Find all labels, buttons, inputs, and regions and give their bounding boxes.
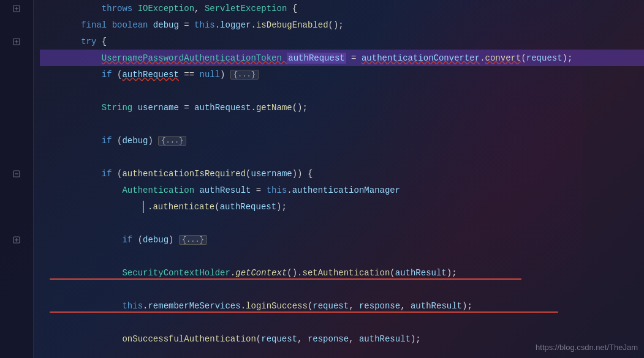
gutter-line-19 xyxy=(0,297,33,314)
convert-method: convert xyxy=(485,53,521,63)
gutter-line-13 xyxy=(0,198,33,215)
gutter-fold-15[interactable] xyxy=(0,231,33,248)
get-context-method: getContext xyxy=(235,268,287,278)
gutter-line-5 xyxy=(0,66,33,83)
gutter-line-4 xyxy=(0,50,33,66)
gutter-line-7 xyxy=(0,99,33,116)
code-line-7: String username = authRequest . getName … xyxy=(40,99,644,116)
auth-request-var: authRequest xyxy=(287,53,346,64)
code-line-18 xyxy=(40,281,644,297)
gutter-icons xyxy=(0,0,33,347)
gutter-line-12 xyxy=(0,182,33,198)
collapsed-debug-2[interactable]: {...} xyxy=(179,235,207,245)
gutter-line-16 xyxy=(0,248,33,264)
gutter-line-18 xyxy=(0,281,33,297)
debug-var: debug xyxy=(153,20,179,30)
gutter-line-9 xyxy=(0,132,33,149)
red-underline-19 xyxy=(50,311,558,313)
authrequest-squiggle: authRequest xyxy=(122,70,178,80)
code-line-20 xyxy=(40,314,644,330)
gutter-line-6 xyxy=(0,83,33,99)
gutter-line-14 xyxy=(0,215,33,231)
editor-gutter xyxy=(0,0,34,358)
gutter-line-8 xyxy=(0,116,33,132)
code-line-9: if ( debug ) {...} xyxy=(40,132,644,149)
red-underline-17 xyxy=(50,278,521,280)
code-line-8 xyxy=(40,116,644,132)
collapsed-debug-1[interactable]: {...} xyxy=(158,136,186,146)
editor-container: throws IOException , ServletException { … xyxy=(0,0,644,358)
code-line-19: this . rememberMeServices . loginSuccess… xyxy=(40,297,644,314)
servletexception-type: ServletException xyxy=(205,4,287,13)
gutter-fold-11[interactable] xyxy=(0,165,33,182)
watermark: https://blog.csdn.net/TheJam xyxy=(536,343,638,352)
auth-converter-var: authenticationConverter xyxy=(362,53,480,63)
gutter-line-2 xyxy=(0,17,33,33)
throws-keyword: throws xyxy=(102,4,138,13)
code-lines: throws IOException , ServletException { … xyxy=(40,0,644,347)
gutter-line-21 xyxy=(0,330,33,347)
code-line-6 xyxy=(40,83,644,99)
username-var: username xyxy=(138,103,179,113)
gutter-line-10 xyxy=(0,149,33,165)
code-line-16 xyxy=(40,248,644,264)
pipe-indicator xyxy=(143,201,145,213)
ioexception-type: IOException xyxy=(138,4,194,13)
auth-token-type: UsernamePasswordAuthenticationToken xyxy=(102,53,287,63)
gutter-fold-3[interactable] xyxy=(0,33,33,50)
gutter-line-17 xyxy=(0,264,33,281)
collapsed-null-check[interactable]: {...} xyxy=(230,70,259,80)
code-line-14 xyxy=(40,215,644,231)
code-line-4: UsernamePasswordAuthenticationToken auth… xyxy=(40,50,644,66)
code-line-5: if ( authRequest == null ) {...} xyxy=(40,66,644,83)
code-line-11: if ( authenticationIsRequired ( username… xyxy=(40,165,644,182)
indent-1 xyxy=(40,4,102,13)
gutter-fold-1[interactable] xyxy=(0,0,33,17)
code-line-3: try { xyxy=(40,33,644,50)
code-line-1: throws IOException , ServletException { xyxy=(40,0,644,17)
code-line-10 xyxy=(40,149,644,165)
code-area: throws IOException , ServletException { … xyxy=(34,0,644,358)
gutter-line-20 xyxy=(0,314,33,330)
code-line-17: SecurityContextHolder . getContext () . … xyxy=(40,264,644,281)
code-line-13: . authenticate ( authRequest ); xyxy=(40,198,644,215)
code-line-2: final boolean debug = this . logger . is… xyxy=(40,17,644,33)
code-line-12: Authentication authResult = this . authe… xyxy=(40,182,644,198)
code-line-15: if ( debug ) {...} xyxy=(40,231,644,248)
